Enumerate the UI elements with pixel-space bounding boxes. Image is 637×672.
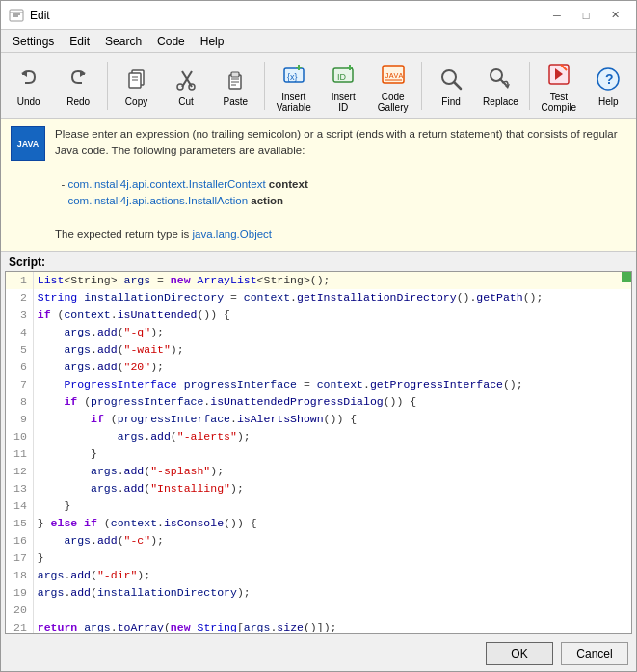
java-icon: JAVA <box>11 126 45 161</box>
find-button[interactable]: Find <box>427 56 474 116</box>
minimize-button[interactable]: ─ <box>544 6 571 25</box>
paste-icon <box>220 64 251 94</box>
insert-variable-button[interactable]: {x} InsertVariable <box>270 56 317 116</box>
code-gallery-icon: JAVA <box>378 59 409 90</box>
svg-rect-0 <box>10 10 23 21</box>
cut-label: Cut <box>178 96 194 107</box>
insert-id-icon: ID <box>328 59 358 90</box>
code-table: 1 List<String> args = new ArrayList<Stri… <box>6 272 631 633</box>
redo-icon <box>63 64 93 94</box>
action-class-link[interactable]: com.install4j.api.actions.InstallAction <box>67 195 248 206</box>
code-area[interactable]: 1 List<String> args = new ArrayList<Stri… <box>6 272 631 633</box>
toolbar: Undo Redo Copy <box>1 53 636 119</box>
table-row: 15 } else if (context.isConsole()) { <box>6 515 631 532</box>
maximize-button[interactable]: □ <box>572 6 599 25</box>
table-row: 7 ProgressInterface progressInterface = … <box>6 376 631 393</box>
table-row: 19 args.add(installationDirectory); <box>6 584 631 602</box>
separator-1 <box>107 62 108 110</box>
menu-code[interactable]: Code <box>149 30 193 52</box>
undo-icon <box>13 64 44 94</box>
info-description: Please enter an expression (no trailing … <box>55 128 618 156</box>
help-icon: ? <box>593 64 624 94</box>
copy-button[interactable]: Copy <box>113 56 160 116</box>
separator-4 <box>529 62 530 110</box>
table-row: 14 } <box>6 497 631 515</box>
separator-2 <box>264 62 265 110</box>
footer: OK Cancel <box>1 638 636 671</box>
insert-id-button[interactable]: ID InsertID <box>320 56 367 116</box>
table-row: 20 <box>6 602 631 619</box>
edit-window: Edit ─ □ ✕ Settings Edit Search Code Hel… <box>0 0 637 672</box>
ok-button[interactable]: OK <box>486 642 553 665</box>
action-param: action <box>251 195 283 206</box>
separator-3 <box>421 62 422 110</box>
find-label: Find <box>441 96 460 107</box>
code-editor[interactable]: 1 List<String> args = new ArrayList<Stri… <box>5 271 632 634</box>
help-label: Help <box>598 96 619 107</box>
table-row: 18 args.add("-dir"); <box>6 567 631 584</box>
table-row: 2 String installationDirectory = context… <box>6 289 631 307</box>
window-controls: ─ □ ✕ <box>544 6 628 25</box>
return-type-link[interactable]: java.lang.Object <box>193 228 272 240</box>
table-row: 13 args.add("Installing"); <box>6 480 631 497</box>
svg-text:{x}: {x} <box>287 72 298 82</box>
code-gallery-label: CodeGallery <box>378 92 409 113</box>
cut-button[interactable]: Cut <box>162 56 209 116</box>
context-param: context <box>269 178 308 190</box>
info-panel: JAVA Please enter an expression (no trai… <box>1 119 636 252</box>
table-row: 1 List<String> args = new ArrayList<Stri… <box>6 272 631 289</box>
replace-icon <box>485 64 516 94</box>
status-marker <box>622 272 631 282</box>
svg-text:JAVA: JAVA <box>385 71 403 80</box>
replace-button[interactable]: Replace <box>477 56 524 116</box>
menu-help[interactable]: Help <box>193 30 232 52</box>
menu-settings[interactable]: Settings <box>5 30 62 52</box>
table-row: 10 args.add("-alerts"); <box>6 428 631 445</box>
table-row: 5 args.add("-wait"); <box>6 341 631 359</box>
info-text: Please enter an expression (no trailing … <box>55 126 626 243</box>
undo-label: Undo <box>17 96 40 107</box>
code-gallery-button[interactable]: JAVA CodeGallery <box>369 56 416 116</box>
return-text: The expected return type is <box>55 228 193 240</box>
table-row: 11 } <box>6 445 631 463</box>
table-row: 21 return args.toArray(new String[args.s… <box>6 619 631 633</box>
menu-bar: Settings Edit Search Code Help <box>1 30 636 53</box>
insert-variable-label: InsertVariable <box>277 92 311 113</box>
close-button[interactable]: ✕ <box>601 6 628 25</box>
menu-search[interactable]: Search <box>97 30 149 52</box>
test-compile-label: TestCompile <box>542 92 577 113</box>
table-row: 8 if (progressInterface.isUnattendedProg… <box>6 393 631 411</box>
script-label: Script: <box>1 252 636 271</box>
test-compile-button[interactable]: TestCompile <box>535 56 582 116</box>
copy-icon <box>121 64 152 94</box>
find-icon <box>436 64 466 94</box>
context-class-link[interactable]: com.install4j.api.context.InstallerConte… <box>67 178 265 190</box>
table-row: 3 if (context.isUnattended()) { <box>6 307 631 324</box>
table-row: 6 args.add("20"); <box>6 359 631 376</box>
redo-button[interactable]: Redo <box>54 56 101 116</box>
table-row: 4 args.add("-q"); <box>6 324 631 341</box>
svg-line-31 <box>454 82 461 89</box>
test-compile-icon <box>544 59 574 90</box>
copy-label: Copy <box>125 96 147 107</box>
svg-text:ID: ID <box>337 72 347 82</box>
table-row: 16 args.add("-c"); <box>6 532 631 550</box>
insert-id-label: InsertID <box>332 92 356 113</box>
svg-text:?: ? <box>605 71 614 87</box>
replace-label: Replace <box>483 96 518 107</box>
window-title: Edit <box>30 9 538 22</box>
svg-rect-15 <box>231 72 239 77</box>
undo-button[interactable]: Undo <box>5 56 52 116</box>
insert-variable-icon: {x} <box>279 59 309 90</box>
table-row: 9 if (progressInterface.isAlertsShown())… <box>6 411 631 428</box>
redo-label: Redo <box>66 96 90 107</box>
window-icon <box>9 8 24 23</box>
table-row: 17 } <box>6 550 631 567</box>
paste-button[interactable]: Paste <box>212 56 259 116</box>
help-button[interactable]: ? Help <box>585 56 632 116</box>
paste-label: Paste <box>224 96 249 107</box>
menu-edit[interactable]: Edit <box>62 30 97 52</box>
cut-icon <box>171 64 201 94</box>
title-bar: Edit ─ □ ✕ <box>1 1 636 30</box>
cancel-button[interactable]: Cancel <box>561 642 628 665</box>
